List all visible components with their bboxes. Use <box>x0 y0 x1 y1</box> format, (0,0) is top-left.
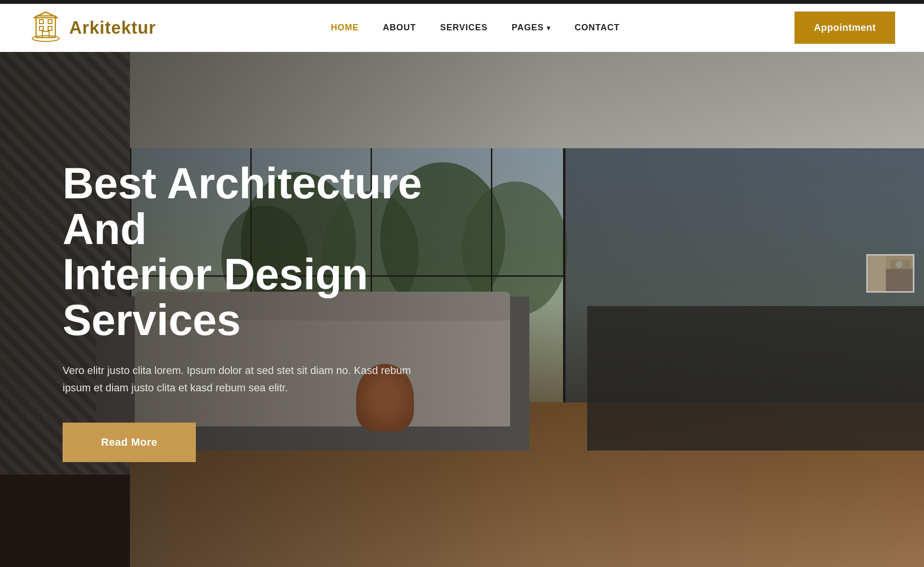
svg-rect-5 <box>42 31 49 38</box>
nav-item-about[interactable]: ABOUT <box>383 23 416 33</box>
nav-item-services[interactable]: SERVICES <box>440 23 488 33</box>
svg-rect-1 <box>39 20 43 24</box>
nav-links: HOME ABOUT SERVICES PAGES ▾ CONTACT <box>331 23 620 33</box>
svg-point-6 <box>32 36 59 41</box>
appointment-button[interactable]: Appointment <box>795 12 895 44</box>
logo-area: Arkitektur <box>29 11 156 45</box>
nav-link-pages[interactable]: PAGES ▾ <box>512 23 551 33</box>
top-bar <box>0 0 924 4</box>
read-more-button[interactable]: Read More <box>63 423 196 462</box>
logo-icon <box>29 11 63 45</box>
hero-title: Best Architecture And Interior Design Se… <box>63 161 496 343</box>
logo-text: Arkitektur <box>69 18 156 38</box>
svg-marker-7 <box>34 12 58 18</box>
nav-link-home[interactable]: HOME <box>331 23 359 32</box>
svg-rect-4 <box>48 26 52 30</box>
svg-rect-3 <box>39 26 43 30</box>
nav-item-contact[interactable]: CONTACT <box>575 23 620 33</box>
nav-link-contact[interactable]: CONTACT <box>575 23 620 32</box>
nav-item-home[interactable]: HOME <box>331 23 359 33</box>
hero-text-block: Best Architecture And Interior Design Se… <box>63 161 496 462</box>
nav-item-pages[interactable]: PAGES ▾ <box>512 23 551 33</box>
svg-rect-2 <box>48 20 52 24</box>
chevron-down-icon: ▾ <box>547 24 551 32</box>
navbar: Arkitektur HOME ABOUT SERVICES PAGES ▾ C… <box>0 4 924 52</box>
hero-section: Best Architecture And Interior Design Se… <box>0 52 924 567</box>
nav-link-about[interactable]: ABOUT <box>383 23 416 32</box>
nav-link-services[interactable]: SERVICES <box>440 23 488 32</box>
hero-content: Best Architecture And Interior Design Se… <box>0 52 924 567</box>
hero-description: Vero elitr justo clita lorem. Ipsum dolo… <box>63 362 424 396</box>
